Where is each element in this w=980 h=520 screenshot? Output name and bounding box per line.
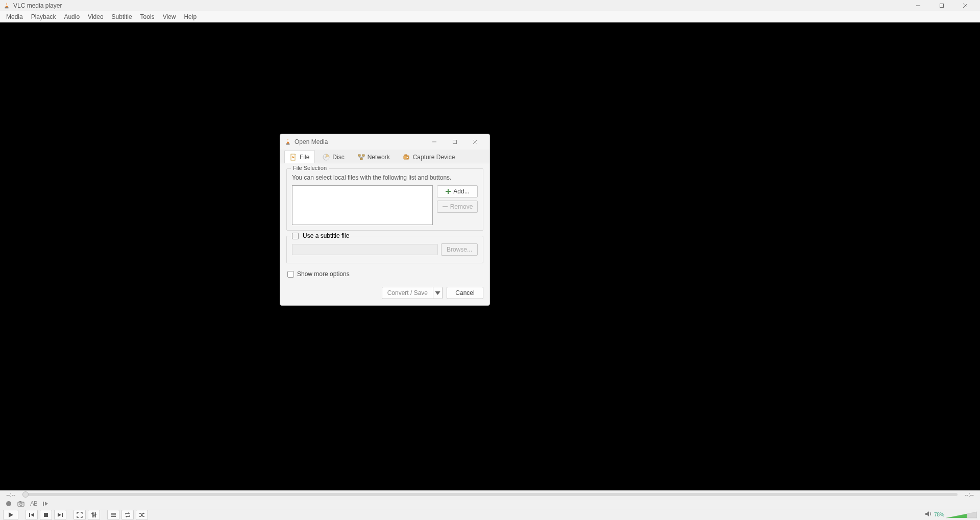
- menu-bar: Media Playback Audio Video Subtitle Tool…: [0, 11, 980, 22]
- use-subtitle-label: Use a subtitle file: [302, 232, 350, 239]
- file-selection-legend: File Selection: [291, 165, 329, 171]
- browse-button-label: Browse...: [447, 246, 472, 253]
- network-icon: [358, 154, 365, 161]
- cancel-button[interactable]: Cancel: [447, 287, 483, 299]
- svg-rect-1: [6, 4, 8, 4]
- volume-control: 78%: [925, 510, 977, 519]
- menu-view[interactable]: View: [159, 12, 180, 21]
- dialog-title-bar[interactable]: Open Media: [280, 134, 489, 150]
- svg-rect-44: [44, 513, 48, 517]
- plus-icon: [445, 188, 451, 194]
- remove-button[interactable]: Remove: [437, 201, 478, 213]
- convert-save-label: Convert / Save: [382, 287, 433, 299]
- subtitle-path-input: [292, 244, 438, 255]
- svg-marker-56: [143, 512, 144, 514]
- fullscreen-button[interactable]: [74, 510, 86, 520]
- dialog-minimize-button[interactable]: [424, 134, 445, 150]
- use-subtitle-checkbox[interactable]: [292, 233, 299, 239]
- svg-rect-46: [62, 513, 63, 517]
- record-icon[interactable]: [5, 500, 12, 507]
- dialog-tabs: File Disc Network Capture Device: [280, 150, 489, 163]
- volume-slider[interactable]: [946, 511, 977, 518]
- menu-audio[interactable]: Audio: [60, 12, 84, 21]
- tab-capture-device[interactable]: Capture Device: [398, 150, 461, 163]
- svg-marker-15: [295, 154, 296, 155]
- playlist-button[interactable]: [107, 510, 119, 520]
- tab-disc-label: Disc: [332, 154, 344, 161]
- svg-rect-0: [5, 7, 9, 8]
- play-button[interactable]: [3, 510, 18, 520]
- svg-rect-30: [446, 191, 451, 192]
- add-button-label: Add...: [453, 188, 469, 195]
- convert-save-dropdown-arrow[interactable]: [433, 287, 443, 299]
- show-more-options-label: Show more options: [297, 270, 350, 278]
- svg-rect-47: [92, 512, 93, 517]
- stop-button[interactable]: [40, 510, 52, 520]
- file-selection-hint: You can select local files with the foll…: [292, 174, 478, 181]
- menu-media[interactable]: Media: [2, 12, 27, 21]
- seek-slider[interactable]: [22, 493, 958, 496]
- vlc-cone-icon: [3, 2, 10, 9]
- svg-rect-2: [6, 5, 8, 6]
- show-more-options-checkbox[interactable]: [287, 271, 294, 278]
- window-maximize-button[interactable]: [930, 0, 953, 11]
- svg-marker-43: [31, 513, 34, 517]
- seek-thumb[interactable]: [22, 491, 29, 498]
- svg-marker-41: [9, 512, 13, 517]
- menu-help[interactable]: Help: [180, 12, 201, 21]
- menu-playback[interactable]: Playback: [27, 12, 60, 21]
- loop-button[interactable]: [121, 510, 134, 520]
- svg-point-36: [20, 503, 22, 506]
- svg-marker-45: [58, 513, 61, 517]
- browse-subtitle-button[interactable]: Browse...: [441, 243, 478, 256]
- atob-loop-icon[interactable]: AB: [30, 500, 37, 507]
- add-button[interactable]: Add...: [437, 185, 478, 197]
- svg-rect-35: [19, 501, 21, 502]
- extended-settings-button[interactable]: [88, 510, 100, 520]
- svg-rect-9: [287, 141, 289, 142]
- tab-network[interactable]: Network: [352, 150, 396, 163]
- snapshot-icon[interactable]: [17, 500, 24, 507]
- svg-rect-53: [111, 513, 116, 514]
- dialog-title: Open Media: [295, 138, 328, 145]
- show-more-options-row[interactable]: Show more options: [286, 268, 483, 283]
- window-close-button[interactable]: [953, 0, 977, 11]
- previous-button[interactable]: [26, 510, 38, 520]
- capture-device-icon: [403, 154, 410, 161]
- speaker-icon[interactable]: [925, 510, 932, 519]
- convert-save-button[interactable]: Convert / Save: [382, 287, 443, 299]
- svg-marker-32: [435, 291, 440, 295]
- svg-rect-55: [111, 516, 116, 517]
- frame-step-icon[interactable]: [42, 500, 49, 507]
- time-remaining: --:--: [962, 491, 977, 498]
- svg-rect-52: [94, 514, 96, 515]
- minus-icon: [442, 204, 448, 210]
- svg-rect-31: [443, 206, 448, 207]
- next-button[interactable]: [54, 510, 66, 520]
- menu-video[interactable]: Video: [84, 12, 107, 21]
- window-minimize-button[interactable]: [906, 0, 930, 11]
- tab-network-label: Network: [368, 154, 390, 161]
- tab-capture-label: Capture Device: [413, 154, 455, 161]
- menu-subtitle[interactable]: Subtitle: [108, 12, 136, 21]
- open-media-dialog: Open Media File Disc Network Capture Dev…: [280, 134, 490, 306]
- vlc-cone-icon: [284, 138, 291, 145]
- dialog-footer: Convert / Save Cancel: [280, 287, 489, 305]
- svg-rect-54: [111, 514, 116, 515]
- disc-icon: [323, 154, 330, 161]
- svg-rect-7: [286, 144, 290, 145]
- dialog-close-button[interactable]: [465, 134, 485, 150]
- svg-text:B: B: [34, 500, 37, 507]
- svg-rect-4: [940, 4, 944, 7]
- menu-tools[interactable]: Tools: [136, 12, 159, 21]
- dialog-maximize-button[interactable]: [445, 134, 465, 150]
- tab-file-label: File: [300, 154, 309, 161]
- tab-file[interactable]: File: [284, 150, 315, 163]
- svg-rect-48: [93, 512, 94, 517]
- file-list[interactable]: [292, 185, 433, 225]
- tab-disc[interactable]: Disc: [317, 150, 350, 163]
- svg-rect-11: [453, 140, 457, 144]
- svg-rect-51: [93, 515, 95, 516]
- shuffle-button[interactable]: [136, 510, 148, 520]
- svg-rect-27: [405, 155, 407, 156]
